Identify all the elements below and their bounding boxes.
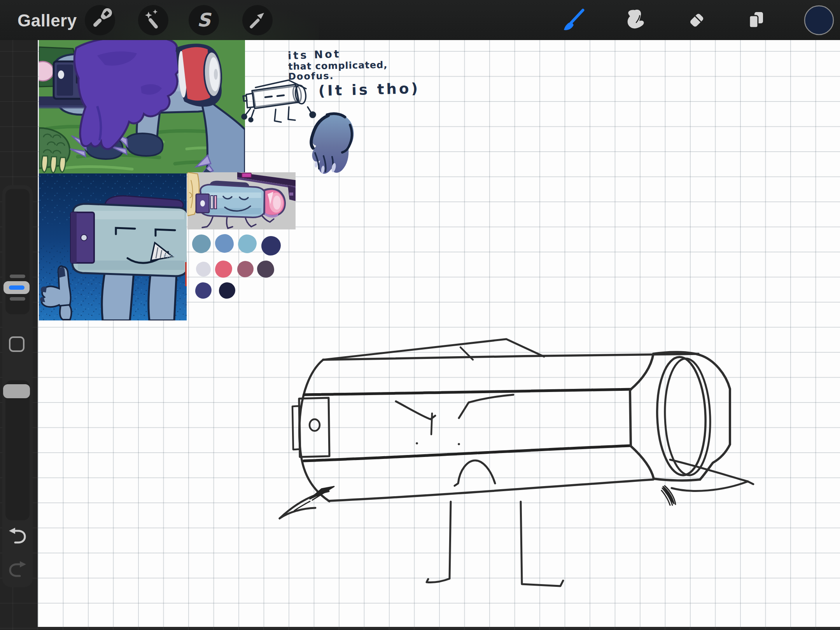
gallery-button[interactable]: Gallery [18,11,77,30]
undo-icon [6,522,29,544]
brush-size-handle[interactable] [4,281,30,294]
pencil-sketch-flashlight [280,339,753,586]
modify-button[interactable] [9,336,24,352]
claw-doodle [311,114,354,173]
smudge-tool-button[interactable] [619,4,652,37]
redo-button[interactable] [6,555,29,578]
color-swatch-button[interactable] [803,4,835,37]
palette-swatch [257,261,274,278]
redo-icon [6,555,29,578]
handwritten-note-aside: (It is tho) [318,80,420,100]
magic-wand-icon [138,5,168,35]
arrow-cursor-icon [242,5,273,35]
adjustments-button[interactable] [138,5,168,35]
palette-swatch [196,262,211,276]
handwritten-note-line3: Doofus. [288,70,334,82]
selection-button[interactable]: S [189,5,219,35]
undo-button[interactable] [6,522,29,544]
sidebar-controls [2,185,33,587]
layers-button[interactable] [740,4,773,37]
current-color-icon [803,4,835,37]
slider-tick-lower [10,297,25,301]
svg-text:S: S [197,9,212,31]
eraser-icon [680,4,713,37]
slider-tick-upper [10,275,25,278]
palette-swatch [215,234,234,253]
handwritten-note-line2: that complicated, [288,60,388,72]
erase-tool-button[interactable] [680,4,713,37]
transform-button[interactable] [242,5,273,35]
layers-icon [740,4,773,37]
wrench-icon [85,5,115,35]
brush-size-slider[interactable] [5,189,30,314]
opacity-slider[interactable] [5,380,30,520]
handwritten-note-line1: its Not [288,48,341,62]
canvas-surface[interactable]: Prism Prism [38,40,840,627]
reference-painting-underwater: Prism Prism [39,173,191,320]
robot-doodle [242,80,315,122]
paint-tool-button[interactable] [557,4,590,37]
smudge-finger-icon [619,4,652,37]
brush-icon [557,4,590,37]
artist-signature: Prism [163,252,177,259]
top-toolbar: Gallery S [0,0,840,40]
procreate-app: Prism Prism [0,0,840,630]
opacity-handle[interactable] [3,384,30,398]
s-curve-icon: S [189,5,219,35]
canvas-artwork: Prism Prism [38,40,840,627]
slider-value-bar [9,285,24,290]
reference-painting-gray [187,172,296,229]
actions-button[interactable] [85,5,115,35]
reference-painting-green [38,40,245,178]
